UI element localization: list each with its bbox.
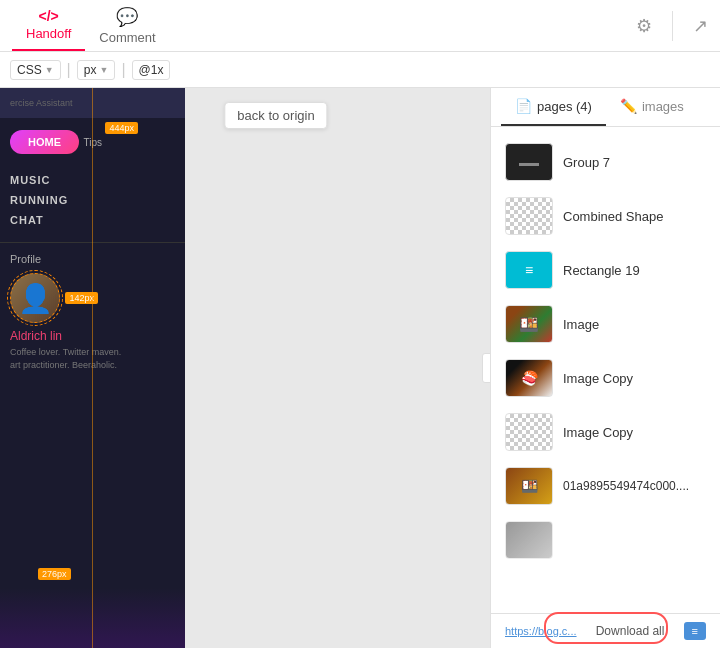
images-icon: ✏️ (620, 98, 637, 114)
nav-chat: CHAT (10, 214, 175, 226)
download-bar: https://blog.c... Download all ≡ (491, 613, 720, 648)
css-select[interactable]: CSS ▼ (10, 60, 61, 80)
profile-bio: Coffee lover. Twitter maven.art practiti… (10, 346, 175, 371)
thumb-imagecopy1: 🍣 (505, 359, 553, 397)
home-button[interactable]: HOME (10, 130, 79, 154)
image-list: ▬▬ Group 7 Combined Shape ≡ Rectangle 19… (491, 127, 720, 613)
image-combined-label: Combined Shape (563, 209, 663, 224)
tab-handoff-label: Handoff (26, 26, 71, 41)
tab-handoff[interactable]: </> Handoff (12, 0, 85, 51)
back-origin-button[interactable]: back to origin (224, 102, 327, 129)
tab-comment[interactable]: 💬 Comment (85, 0, 169, 53)
list-item[interactable]: ≡ Rectangle 19 (491, 243, 720, 297)
nav-running: RUNNING (10, 194, 175, 206)
image-label: Image (563, 317, 599, 332)
tips-label: Tips (83, 137, 102, 148)
tab-images[interactable]: ✏️ images (606, 88, 698, 126)
comment-icon: 💬 (116, 6, 138, 28)
image-rect19-label: Rectangle 19 (563, 263, 640, 278)
app-nav: HOME Tips 444px MUSIC RUNNING CHAT (0, 118, 185, 238)
avatar-px-badge: 142px (65, 292, 98, 304)
download-button[interactable]: ≡ (684, 622, 706, 640)
thumb-image: 🍱 (505, 305, 553, 343)
image-copy2-label: Image Copy (563, 425, 633, 440)
thumb-extra (505, 521, 553, 559)
nav-music: MUSIC (10, 174, 175, 186)
download-link[interactable]: https://blog.c... (505, 625, 577, 637)
px-select[interactable]: px ▼ (77, 60, 116, 80)
thumb-rect19: ≡ (505, 251, 553, 289)
tab-images-label: images (642, 99, 684, 114)
pages-icon: 📄 (515, 98, 532, 114)
list-item[interactable] (491, 513, 720, 567)
profile-label: Profile (10, 253, 175, 265)
list-item[interactable]: ▬▬ Group 7 (491, 135, 720, 189)
px-arrow-icon: ▼ (99, 65, 108, 75)
toolbar: </> Handoff 💬 Comment ⚙ ↗ (0, 0, 720, 52)
profile-name: Aldrich lin (10, 329, 175, 343)
right-panel-tabs: 📄 pages (4) ✏️ images (491, 88, 720, 127)
list-item[interactable]: 🍱 Image (491, 297, 720, 351)
image-group7-label: Group 7 (563, 155, 610, 170)
profile-section: Profile 👤 142px Aldrich lin Coffee lover… (0, 242, 185, 381)
main-layout: back to origin ercise Assistant HOME Tip… (0, 88, 720, 648)
app-top-title: ercise Assistant (10, 98, 73, 108)
image-longname-label: 01a9895549474c000.... (563, 479, 689, 493)
nav-items: MUSIC RUNNING CHAT (10, 174, 175, 226)
thumb-combined (505, 197, 553, 235)
app-top-bar: ercise Assistant (0, 88, 185, 118)
sub-toolbar: CSS ▼ | px ▼ | @1x (0, 52, 720, 88)
right-panel: 📄 pages (4) ✏️ images ▬▬ Group 7 Combine… (490, 88, 720, 648)
list-item[interactable]: Combined Shape (491, 189, 720, 243)
app-preview: ercise Assistant HOME Tips 444px MUSIC R… (0, 88, 185, 648)
canvas-panel: back to origin ercise Assistant HOME Tip… (0, 88, 490, 648)
css-arrow-icon: ▼ (45, 65, 54, 75)
profile-avatar-wrap: 👤 142px (10, 273, 60, 323)
image-copy1-label: Image Copy (563, 371, 633, 386)
tab-comment-label: Comment (99, 30, 155, 45)
bottom-wave (0, 588, 185, 648)
toolbar-divider (672, 11, 673, 41)
scale-select[interactable]: @1x (132, 60, 171, 80)
collapse-panel-arrow[interactable]: › (482, 353, 490, 383)
toolbar-right: ⚙ ↗ (636, 11, 708, 41)
list-item[interactable]: 🍣 Image Copy (491, 351, 720, 405)
gear-icon[interactable]: ⚙ (636, 15, 652, 37)
tab-pages-label: pages (4) (537, 99, 592, 114)
thumb-imagecopy2 (505, 413, 553, 451)
avatar: 👤 (10, 273, 60, 323)
thumb-group7: ▬▬ (505, 143, 553, 181)
bottom-px-badge: 276px (38, 568, 71, 580)
list-item[interactable]: 🍱 01a9895549474c000.... (491, 459, 720, 513)
list-item[interactable]: Image Copy (491, 405, 720, 459)
avatar-face-icon: 👤 (18, 282, 53, 315)
tab-pages[interactable]: 📄 pages (4) (501, 88, 606, 126)
thumb-longname: 🍱 (505, 467, 553, 505)
share-icon[interactable]: ↗ (693, 15, 708, 37)
tips-px-badge: 444px (105, 122, 138, 134)
handoff-icon: </> (39, 8, 59, 24)
download-all-label: Download all (596, 624, 665, 638)
